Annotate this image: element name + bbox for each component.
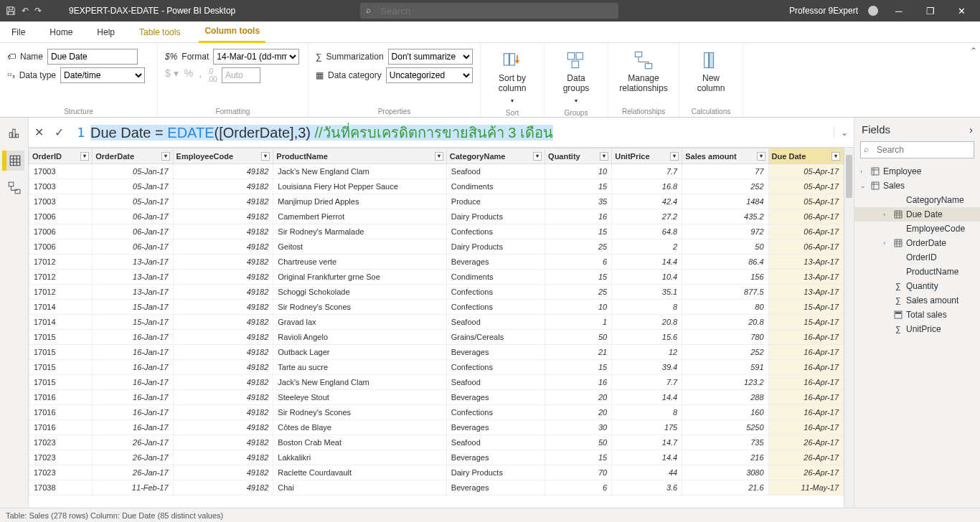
data-groups-button[interactable]: Data groups ▾ [552, 47, 600, 109]
table-row[interactable]: 1701213-Jan-1749182Original Frankfurter … [29, 270, 844, 285]
table-row[interactable]: 1701616-Jan-1749182Steeleye StoutBeverag… [29, 390, 844, 405]
fields-table[interactable]: ⌄Sales [854, 179, 980, 193]
fields-table[interactable]: ›Employee [854, 164, 980, 179]
svg-rect-12 [895, 312, 901, 314]
column-header[interactable]: Sales amount▾ [682, 148, 768, 164]
manage-relationships-button[interactable]: Manage relationships [616, 47, 672, 96]
summarization-select[interactable]: Don't summarize [388, 49, 473, 65]
group-sort: Sort [488, 109, 537, 117]
fields-field[interactable]: ∑Quantity [854, 279, 980, 293]
datatype-icon: ¹²₃ [7, 72, 15, 80]
table-row[interactable]: 1701516-Jan-1749182Jack's New England Cl… [29, 375, 844, 390]
formula-commit-icon[interactable]: ✓ [49, 123, 69, 143]
datatype-select[interactable]: Date/time [60, 67, 145, 83]
table-row[interactable]: 1700606-Jan-1749182GeitostDairy Products… [29, 239, 844, 255]
svg-rect-8 [710, 53, 714, 68]
fields-field[interactable]: CategoryName [854, 193, 980, 207]
currency-icon[interactable]: $ ▾ [165, 67, 179, 83]
table-row[interactable]: 1702326-Jan-1749182Boston Crab MeatSeafo… [29, 435, 844, 450]
fields-field[interactable]: ProductName [854, 265, 980, 279]
column-header[interactable]: Due Date▾ [768, 148, 843, 164]
table-row[interactable]: 1700305-Jan-1749182Manjimup Dried Apples… [29, 194, 844, 209]
new-column-button[interactable]: New column [687, 47, 735, 96]
column-header[interactable]: Quantity▾ [545, 148, 612, 164]
table-row[interactable]: 1701213-Jan-1749182Schoggi SchokoladeCon… [29, 285, 844, 300]
column-name-input[interactable] [47, 49, 138, 65]
table-row[interactable]: 1702326-Jan-1749182Raclette CourdavaultD… [29, 465, 844, 480]
decimals-icon[interactable]: .0.00 [207, 67, 217, 83]
fields-field[interactable]: ∑UnitPrice [854, 322, 980, 336]
tab-table-tools[interactable]: Table tools [133, 22, 186, 43]
table-row[interactable]: 1701616-Jan-1749182Côtes de BlayeBeverag… [29, 420, 844, 435]
collapse-ribbon-icon[interactable]: ⌃ [970, 46, 977, 56]
user-name[interactable]: Professor 9Expert [789, 6, 858, 16]
column-header[interactable]: OrderID▾ [29, 148, 93, 164]
fields-field[interactable]: EmployeeCode [854, 222, 980, 236]
table-row[interactable]: 1700305-Jan-1749182Jack's New England Cl… [29, 164, 844, 179]
filter-icon[interactable]: ▾ [435, 152, 443, 161]
table-row[interactable]: 1700305-Jan-1749182Louisiana Fiery Hot P… [29, 179, 844, 194]
tab-column-tools[interactable]: Column tools [199, 22, 265, 43]
column-header[interactable]: EmployeeCode▾ [173, 148, 273, 164]
table-row[interactable]: 1701516-Jan-1749182Outback LagerBeverage… [29, 345, 844, 360]
filter-icon[interactable]: ▾ [533, 152, 542, 161]
avatar[interactable] [868, 6, 878, 16]
svg-rect-4 [572, 61, 578, 67]
search-icon: ⌕ [864, 144, 869, 154]
fields-field[interactable]: ∑Sales amount [854, 293, 980, 308]
table-row[interactable]: 1702326-Jan-1749182LakkalikriBeverages15… [29, 450, 844, 465]
filter-icon[interactable]: ▾ [670, 152, 679, 161]
group-groups: Groups [552, 109, 600, 117]
column-header[interactable]: CategoryName▾ [446, 148, 545, 164]
table-row[interactable]: 1701516-Jan-1749182Ravioli AngeloGrains/… [29, 330, 844, 345]
chevron-right-icon[interactable]: › [969, 123, 973, 136]
format-select[interactable]: 14-Mar-01 (dd-mm… [213, 49, 299, 65]
redo-icon[interactable]: ↷ [34, 6, 42, 16]
table-row[interactable]: 1701213-Jan-1749182Chartreuse verteBever… [29, 255, 844, 270]
filter-icon[interactable]: ▾ [600, 152, 608, 161]
tab-help[interactable]: Help [91, 22, 121, 43]
fields-field[interactable]: ›OrderDate [854, 236, 980, 250]
sort-by-column-button[interactable]: Sort by column ▾ [488, 47, 537, 109]
table-row[interactable]: 1700606-Jan-1749182Camembert PierrotDair… [29, 209, 844, 224]
fields-field[interactable]: OrderID [854, 250, 980, 265]
filter-icon[interactable]: ▾ [161, 152, 170, 161]
tab-home[interactable]: Home [44, 22, 78, 43]
model-view-icon[interactable] [4, 178, 24, 198]
fields-field[interactable]: Total sales [854, 308, 980, 322]
minimize-button[interactable]: ─ [888, 6, 910, 16]
data-category-select[interactable]: Uncategorized [386, 67, 473, 83]
table-row[interactable]: 1701516-Jan-1749182Tarte au sucreConfect… [29, 360, 844, 375]
filter-icon[interactable]: ▾ [261, 152, 270, 161]
save-icon[interactable] [6, 6, 16, 16]
table-row[interactable]: 1701616-Jan-1749182Sir Rodney's SconesCo… [29, 405, 844, 420]
formula-cancel-icon[interactable]: ✕ [29, 123, 49, 143]
fields-search-input[interactable] [860, 141, 974, 158]
svg-rect-2 [567, 53, 574, 60]
comma-icon[interactable]: , [199, 67, 202, 83]
formula-expand-icon[interactable]: ⌄ [834, 128, 854, 138]
fields-field[interactable]: ›Due Date [854, 207, 980, 222]
data-view-icon[interactable] [4, 151, 24, 171]
data-grid[interactable]: OrderID▾OrderDate▾EmployeeCode▾ProductNa… [29, 148, 844, 495]
percent-icon[interactable]: % [184, 67, 193, 83]
table-row[interactable]: 1701415-Jan-1749182Sir Rodney's SconesCo… [29, 300, 844, 315]
close-button[interactable]: ✕ [951, 6, 973, 16]
filter-icon[interactable]: ▾ [80, 152, 89, 161]
format-label: Format [182, 52, 209, 62]
title-search-input[interactable] [360, 3, 618, 19]
tab-file[interactable]: File [6, 22, 31, 43]
vertical-scrollbar[interactable] [844, 148, 854, 508]
filter-icon[interactable]: ▾ [757, 152, 765, 161]
undo-icon[interactable]: ↶ [22, 6, 29, 16]
table-row[interactable]: 1703811-Feb-1749182ChaiBeverages63.621.6… [29, 480, 844, 495]
formula-bar[interactable]: ✕ ✓ 1 Due Date = EDATE([OrderDate],3) //… [29, 118, 854, 148]
maximize-button[interactable]: ❐ [920, 6, 941, 16]
column-header[interactable]: ProductName▾ [273, 148, 446, 164]
report-view-icon[interactable] [4, 123, 24, 143]
column-header[interactable]: OrderDate▾ [93, 148, 173, 164]
table-row[interactable]: 1700606-Jan-1749182Sir Rodney's Marmalad… [29, 224, 844, 239]
filter-icon[interactable]: ▾ [831, 152, 840, 161]
table-row[interactable]: 1701415-Jan-1749182Gravad laxSeafood120.… [29, 315, 844, 330]
column-header[interactable]: UnitPrice▾ [612, 148, 682, 164]
